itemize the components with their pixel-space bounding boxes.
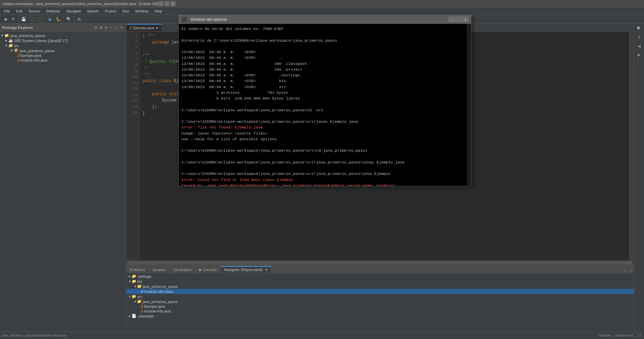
editor-overview[interactable]	[629, 32, 634, 260]
menu-item-window[interactable]: Window	[133, 8, 151, 14]
tab-navigator[interactable]: Navigator (Deprecated) ✕	[221, 266, 271, 273]
nav-item-module-class[interactable]: ◈ module-info.class	[126, 289, 634, 294]
navigator-close-icon[interactable]: ✕	[265, 268, 268, 272]
nav-item-src[interactable]: ▾ 📁 src	[126, 294, 634, 299]
toolbar-btn-4[interactable]: ⬛	[36, 15, 43, 23]
src-expand-icon: ▾	[129, 295, 131, 298]
toolbar-perspective[interactable]: ⊞	[75, 15, 83, 23]
status-position: 1:1	[637, 334, 642, 337]
bottom-panel-controls: — □	[621, 268, 634, 273]
menu-bar: FileEditSourceRefactorNavigateSearchProj…	[0, 7, 644, 15]
tree-item-src[interactable]: ▾ 📁 src	[0, 43, 126, 48]
pe-maximize-btn[interactable]: □	[114, 25, 118, 30]
toolbar-save[interactable]: 💾	[20, 15, 27, 23]
module-icon2: J	[141, 309, 143, 313]
terminal-close-btn[interactable]: ✕	[462, 17, 468, 22]
tab-ejemplo-java[interactable]: J Ejemplo.java ✕	[126, 24, 162, 31]
toolbar-separator-1	[18, 16, 19, 22]
toolbar-separator-4	[74, 16, 74, 22]
nav-item-module-java[interactable]: J module-info.java	[126, 309, 634, 313]
bin-pkg-expand-icon: ▾	[134, 285, 136, 288]
terminal-scrollbar[interactable]	[467, 24, 471, 186]
jre-expand-icon: ▸	[5, 38, 7, 43]
toolbar-search[interactable]: 🔍	[65, 15, 72, 23]
terminal-window-controls: — □ ✕	[449, 17, 468, 22]
close-button[interactable]: ✕	[171, 1, 175, 6]
status-writable: Writable	[599, 334, 611, 337]
pe-menu-btn[interactable]: ▾	[104, 25, 108, 30]
terminal-content[interactable]: El número de serie del volumen es: 768D-…	[179, 24, 467, 186]
pe-minimize-btn[interactable]: —	[108, 25, 114, 30]
right-btn-1[interactable]: 🔍	[636, 25, 643, 32]
toolbar-debug[interactable]: 🐛	[55, 15, 62, 23]
pe-expand-btn[interactable]: ⊞	[99, 25, 103, 30]
menu-item-navigate[interactable]: Navigate	[64, 8, 83, 14]
ejemplo-icon2: J	[141, 304, 143, 308]
line-numbers: 145678910111213141516	[126, 32, 140, 260]
menu-item-refactor[interactable]: Refactor	[44, 8, 63, 14]
bottom-tab-bar: Problems Javadoc Declaration ■ Console N…	[126, 265, 634, 273]
pe-collapse-btn[interactable]: ⊟	[93, 25, 98, 30]
tree-item-jre[interactable]: ▸ ☕ JRE System Library [JavaSE-17]	[0, 38, 126, 43]
tree-item-module[interactable]: J module-info.java	[0, 58, 126, 63]
package-expand-icon: ▾	[11, 48, 13, 53]
pe-close-btn[interactable]: ✕	[119, 25, 124, 30]
terminal-maximize-btn[interactable]: □	[455, 17, 462, 22]
bottom-panel: Problems Javadoc Declaration ■ Console N…	[126, 264, 634, 332]
src-label: src	[14, 44, 19, 48]
menu-item-project[interactable]: Project	[102, 8, 119, 14]
tab-javadoc[interactable]: Javadoc	[149, 267, 170, 273]
nav-item-bin-package[interactable]: ▾ 📁 java_primeros_pasos	[126, 284, 634, 289]
tab-problems[interactable]: Problems	[126, 267, 149, 273]
bp-maximize-btn[interactable]: □	[629, 268, 633, 273]
nav-item-bin[interactable]: ▾ 📁 bin	[126, 279, 634, 284]
tab-console-label: Console	[203, 268, 217, 272]
ejemplo-java-label: Ejemplo.java	[144, 304, 165, 308]
menu-item-run[interactable]: Run	[120, 8, 132, 14]
title-bar: eclipse-workspace - java_primeros_pasos/…	[0, 0, 644, 7]
terminal-minimize-btn[interactable]: —	[449, 17, 455, 22]
menu-item-source[interactable]: Source	[26, 8, 43, 14]
status-insert: Smart Insert	[615, 334, 633, 337]
tab-declaration-label: Declaration	[173, 268, 192, 272]
menu-item-help[interactable]: Help	[152, 8, 165, 14]
tab-console[interactable]: ■ Console	[196, 267, 221, 273]
window-title: eclipse-workspace - java_primeros_pasos/…	[3, 2, 159, 6]
ejemplo-label: Ejemplo.java	[20, 53, 41, 58]
src-icon: 📁	[8, 43, 13, 48]
editor-hscrollbar[interactable]	[126, 260, 634, 264]
toolbar-run[interactable]: ▶	[46, 15, 54, 23]
tab-declaration[interactable]: Declaration	[170, 267, 196, 273]
nav-item-src-package[interactable]: ▾ 📁 java_primeros_pasos	[126, 299, 634, 304]
status-right-items: Writable Smart Insert 1:1	[599, 334, 642, 337]
toolbar-btn-1[interactable]: ◀	[1, 15, 9, 23]
bin-pkg-icon: 📁	[137, 284, 142, 289]
right-btn-3[interactable]: ◀	[636, 42, 643, 50]
bin-expand-icon: ▾	[129, 279, 131, 283]
src-folder-label: src	[137, 295, 142, 299]
bp-minimize-btn[interactable]: —	[622, 268, 628, 273]
menu-item-edit[interactable]: Edit	[13, 8, 25, 14]
nav-item-ejemplo-java[interactable]: J Ejemplo.java	[126, 304, 634, 309]
nav-item-settings[interactable]: ▸ 📁 .settings	[126, 274, 634, 279]
tree-item-package[interactable]: ▾ 📦 java_primeros_pasos	[0, 48, 126, 53]
menu-item-search[interactable]: Search	[84, 8, 102, 14]
terminal-body: El número de serie del volumen es: 768D-…	[179, 24, 471, 186]
menu-item-file[interactable]: File	[1, 8, 13, 14]
toolbar-btn-2[interactable]: ▼	[9, 15, 17, 23]
toolbar-btn-3[interactable]: ⬛	[28, 15, 35, 23]
right-btn-4[interactable]: ▶	[636, 51, 643, 59]
nav-item-classpath[interactable]: ▸ 📄 .classpath	[126, 313, 634, 318]
terminal-icon: ⬛	[181, 17, 187, 22]
src-pkg-expand-icon: ▾	[134, 300, 136, 303]
tree-item-ejemplo[interactable]: J Ejemplo.java	[0, 53, 126, 58]
bin-label: bin	[137, 279, 142, 284]
minimize-button[interactable]: —	[159, 1, 163, 6]
tree-item-project[interactable]: ▾ 📁 java_primeros_pasos	[0, 33, 126, 38]
right-btn-2[interactable]: ⚙	[636, 34, 643, 41]
tab-close-icon[interactable]: ✕	[156, 26, 158, 30]
jre-icon: ☕	[8, 38, 13, 43]
maximize-button[interactable]: □	[165, 1, 169, 6]
module-icon: J	[17, 58, 19, 62]
ejemplo-icon: J	[17, 53, 19, 58]
